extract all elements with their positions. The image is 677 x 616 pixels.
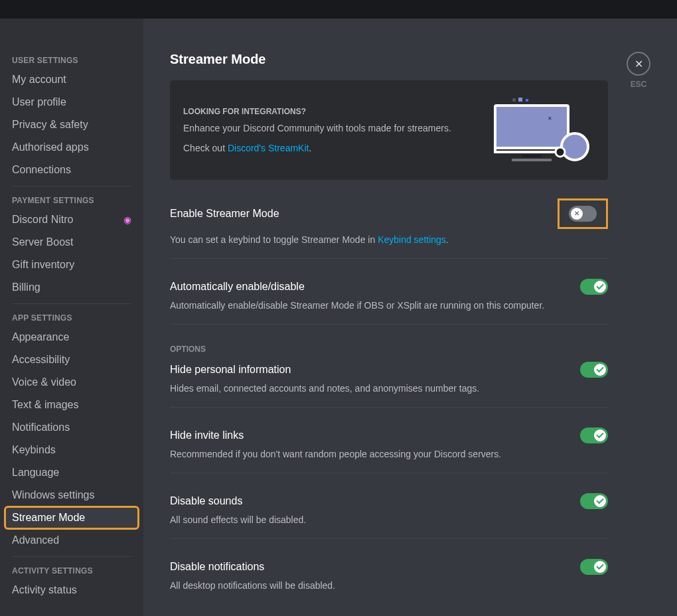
setting-desc: You can set a keybind to toggle Streamer…	[170, 234, 608, 245]
toggle-highlight	[558, 198, 608, 229]
toggle-hide-personal-info[interactable]	[580, 362, 608, 378]
svg-rect-8	[513, 99, 515, 101]
sidebar-item-user-profile[interactable]: User profile	[5, 92, 138, 113]
section-header: APP SETTINGS	[5, 309, 138, 327]
sidebar-item-activity-status[interactable]: Activity status	[5, 579, 138, 601]
sidebar-item-label: Streamer Mode	[12, 512, 85, 524]
toggle-disable-sounds[interactable]	[580, 493, 608, 509]
section-header: ACTIVITY SETTINGS	[5, 562, 138, 579]
setting-desc: All sound effects will be disabled.	[170, 514, 608, 525]
sidebar-item-label: Appearance	[12, 331, 69, 343]
sidebar-item-label: Gift inventory	[12, 259, 74, 271]
streamkit-link[interactable]: Discord's StreamKit	[228, 143, 309, 153]
sidebar-item-language[interactable]: Language	[5, 462, 138, 483]
divider	[12, 556, 131, 557]
sidebar-item-server-boost[interactable]: Server Boost	[5, 232, 138, 253]
svg-rect-3	[512, 159, 552, 161]
setting-disable-sounds: Disable soundsAll sound effects will be …	[170, 493, 608, 539]
setting-title: Hide invite links	[170, 429, 244, 441]
sidebar-item-privacy-safety[interactable]: Privacy & safety	[5, 114, 138, 135]
settings-sidebar: USER SETTINGSMy accountUser profilePriva…	[0, 19, 143, 616]
setting-enable-streamer-mode: Enable Streamer Mode You can set a keybi…	[170, 198, 608, 259]
sidebar-item-billing[interactable]: Billing	[5, 277, 138, 298]
sidebar-item-label: Activity status	[12, 584, 77, 596]
svg-rect-2	[522, 155, 542, 157]
monitor-illustration: ✕	[482, 94, 595, 167]
integrations-card: LOOKING FOR INTEGRATIONS? Enhance your D…	[170, 80, 608, 180]
section-header: USER SETTINGS	[5, 52, 138, 69]
close-button[interactable]: ✕	[627, 52, 650, 76]
keybind-settings-link[interactable]: Keybind settings	[378, 234, 446, 245]
sidebar-item-accessibility[interactable]: Accessibility	[5, 349, 138, 370]
toggle-auto-enable[interactable]	[580, 279, 608, 295]
sidebar-item-label: Billing	[12, 281, 40, 293]
svg-rect-6	[518, 98, 522, 102]
setting-hide-invite-links: Hide invite linksRecommended if you don'…	[170, 427, 608, 473]
sidebar-item-label: Authorised apps	[12, 141, 89, 153]
setting-title: Disable notifications	[170, 561, 264, 573]
sidebar-item-keybinds[interactable]: Keybinds	[5, 439, 138, 461]
title-bar	[0, 0, 677, 19]
sidebar-item-connections[interactable]: Connections	[5, 159, 138, 181]
options-header: OPTIONS	[170, 345, 608, 354]
svg-rect-0	[495, 106, 568, 152]
sidebar-item-label: Accessibility	[12, 354, 70, 366]
sidebar-item-advanced[interactable]: Advanced	[5, 530, 138, 551]
close-icon: ✕	[635, 58, 643, 70]
sidebar-item-my-account[interactable]: My account	[5, 69, 138, 90]
sidebar-item-label: User profile	[12, 96, 66, 108]
setting-desc: Recommended if you don't want random peo…	[170, 449, 608, 459]
sidebar-item-authorised-apps[interactable]: Authorised apps	[5, 137, 138, 158]
setting-hide-personal-info: Hide personal informationHides email, co…	[170, 362, 608, 408]
sidebar-item-label: Discord Nitro	[12, 214, 73, 226]
svg-point-4	[562, 133, 588, 160]
sidebar-item-appearance[interactable]: Appearance	[5, 327, 138, 348]
sidebar-item-label: Language	[12, 467, 59, 479]
sidebar-item-label: Voice & video	[12, 376, 76, 388]
section-header: PAYMENT SETTINGS	[5, 192, 138, 209]
promo-checkout: Check out Discord's StreamKit.	[183, 143, 469, 153]
setting-auto-enable: Automatically enable/disable Automatical…	[170, 279, 608, 325]
toggle-enable-streamer-mode[interactable]	[569, 206, 597, 222]
promo-heading: LOOKING FOR INTEGRATIONS?	[183, 107, 469, 116]
sidebar-item-label: Keybinds	[12, 444, 56, 456]
toggle-disable-notifications[interactable]	[580, 559, 608, 575]
main-content: ✕ ESC Streamer Mode LOOKING FOR INTEGRAT…	[143, 19, 677, 616]
sidebar-item-text-images[interactable]: Text & images	[5, 394, 138, 416]
setting-title: Automatically enable/disable	[170, 281, 305, 293]
setting-disable-notifications: Disable notificationsAll desktop notific…	[170, 559, 608, 591]
sidebar-item-gift-inventory[interactable]: Gift inventory	[5, 254, 138, 275]
sidebar-item-label: Notifications	[12, 422, 70, 433]
promo-desc: Enhance your Discord Community with tool…	[183, 123, 469, 133]
toggle-hide-invite-links[interactable]	[580, 427, 608, 443]
setting-desc: Hides email, connected accounts and note…	[170, 383, 608, 394]
setting-title: Disable sounds	[170, 495, 242, 507]
divider	[12, 303, 131, 304]
setting-title: Hide personal information	[170, 364, 291, 376]
svg-text:✕: ✕	[548, 116, 552, 121]
sidebar-item-label: Server Boost	[12, 236, 73, 248]
sidebar-item-label: My account	[12, 74, 66, 86]
sidebar-item-discord-nitro[interactable]: Discord Nitro◉	[5, 209, 138, 230]
sidebar-item-label: Advanced	[12, 534, 59, 546]
sidebar-item-label: Windows settings	[12, 489, 95, 501]
setting-desc: Automatically enable/disable Streamer Mo…	[170, 300, 608, 311]
sidebar-item-windows-settings[interactable]: Windows settings	[5, 485, 138, 506]
divider	[12, 186, 131, 187]
sidebar-item-label: Text & images	[12, 399, 78, 411]
sidebar-item-streamer-mode[interactable]: Streamer Mode	[5, 507, 138, 528]
sidebar-item-voice-video[interactable]: Voice & video	[5, 372, 138, 393]
page-title: Streamer Mode	[170, 52, 608, 67]
sidebar-item-notifications[interactable]: Notifications	[5, 417, 138, 438]
nitro-icon: ◉	[123, 214, 131, 225]
sidebar-item-label: Connections	[12, 164, 71, 176]
setting-desc: All desktop notifications will be disabl…	[170, 580, 608, 591]
sidebar-item-label: Privacy & safety	[12, 119, 88, 131]
close-label: ESC	[631, 80, 647, 89]
setting-title: Enable Streamer Mode	[170, 208, 279, 220]
svg-point-5	[556, 147, 565, 157]
svg-rect-7	[526, 99, 528, 102]
